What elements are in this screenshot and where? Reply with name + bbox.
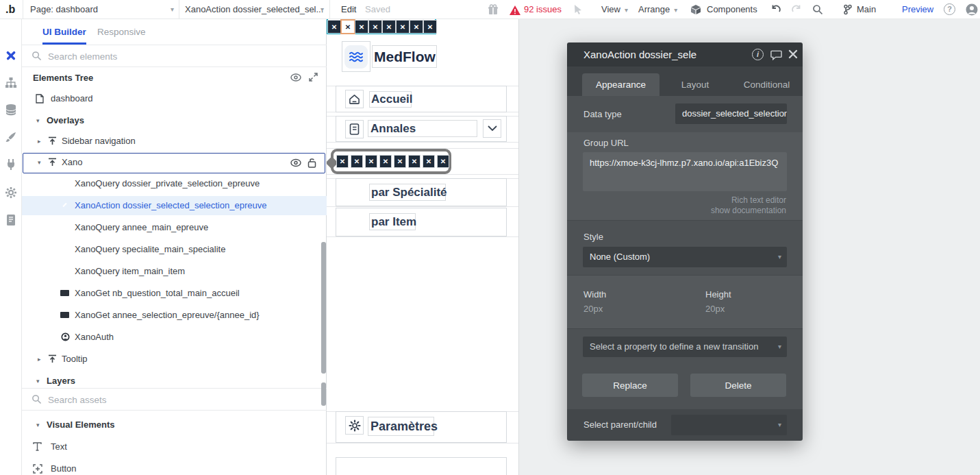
tab-layout[interactable]: Layout (659, 73, 731, 96)
tree-item-xano[interactable]: ▾ Xano (22, 153, 327, 172)
design-tab-icon[interactable] (5, 49, 17, 62)
property-editor-header[interactable]: XanoAction dossier_sele i (567, 42, 803, 66)
annales-expand-button[interactable] (483, 119, 501, 138)
replace-button[interactable]: Replace (582, 374, 678, 397)
xano-elements-row[interactable] (328, 21, 436, 33)
scrollbar-thumb[interactable] (321, 382, 326, 406)
annales-icon-box[interactable] (345, 120, 364, 138)
nav-label-parametres[interactable]: Paramètres (368, 417, 434, 436)
logs-tab-icon[interactable] (5, 214, 17, 226)
settings-tab-icon[interactable] (5, 186, 17, 199)
search-icon[interactable] (812, 4, 823, 15)
empty-row[interactable] (336, 457, 507, 475)
tree-item-xanoget-1[interactable]: XanoGet nb_question_total_main_accueil (22, 284, 327, 303)
close-icon[interactable] (788, 49, 798, 59)
xano-element-placeholder[interactable] (394, 156, 405, 167)
section-visual-elements[interactable]: ▾ Visual Elements (22, 415, 327, 435)
branch-selector[interactable]: Main (857, 0, 876, 19)
xano-element-placeholder[interactable] (424, 21, 436, 33)
selected-xano-group[interactable] (331, 149, 451, 174)
tree-item-xanoquery-1[interactable]: XanoQuery dossier_private_selection_epre… (22, 174, 327, 193)
chevron-down-icon: ▾ (38, 153, 41, 172)
view-menu[interactable]: View (601, 0, 628, 19)
transition-dropdown[interactable]: Select a property to define a new transi… (583, 337, 787, 357)
show-documentation-link[interactable]: show documentation (711, 206, 786, 215)
search-assets-input[interactable] (48, 391, 308, 408)
tab-conditional[interactable]: Conditional (731, 73, 803, 96)
comment-icon[interactable] (770, 49, 782, 61)
asset-button[interactable]: Button (22, 459, 327, 475)
brand-name-text[interactable]: MedFlow (372, 45, 437, 68)
arrange-menu[interactable]: Arrange (638, 0, 677, 19)
gift-icon[interactable] (488, 4, 499, 15)
xano-element-placeholder[interactable] (366, 156, 377, 167)
tab-appearance[interactable]: Appearance (582, 73, 659, 96)
xano-element-placeholder[interactable] (397, 21, 409, 33)
xano-element-placeholder[interactable] (328, 21, 340, 33)
xano-element-placeholder[interactable] (409, 156, 420, 167)
xano-element-placeholder[interactable] (337, 156, 348, 167)
parent-child-dropdown[interactable] (671, 415, 787, 435)
xano-element-placeholder[interactable] (410, 21, 423, 33)
tree-item-xanoauth[interactable]: XanoAuth (22, 328, 327, 347)
rich-text-editor-link[interactable]: Rich text editor (731, 195, 786, 205)
data-tab-icon[interactable] (5, 103, 17, 116)
eye-icon[interactable] (290, 158, 301, 167)
help-icon[interactable]: ? (944, 3, 955, 15)
components-button[interactable]: Components (707, 0, 757, 19)
account-avatar[interactable] (966, 3, 978, 16)
unlock-icon[interactable] (307, 157, 316, 168)
undo-icon[interactable] (770, 4, 781, 15)
xano-element-placeholder[interactable] (351, 156, 362, 167)
preview-button[interactable]: Preview (902, 0, 933, 19)
xano-element-placeholder[interactable] (438, 156, 449, 167)
tab-responsive[interactable]: Responsive (97, 19, 146, 45)
asset-text[interactable]: Text (22, 437, 327, 456)
tree-item-tooltip[interactable]: ▸ Tooltip (22, 350, 327, 369)
scrollbar-thumb[interactable] (321, 242, 326, 374)
plugins-tab-icon[interactable] (5, 158, 17, 171)
element-selector[interactable]: XanoAction dossier_selected_sel... (185, 0, 323, 19)
nav-label-par-specialite[interactable]: par Spécialité (369, 184, 446, 201)
chevron-down-icon (321, 0, 324, 19)
workflow-tab-icon[interactable] (5, 77, 17, 89)
brand-logo-box[interactable] (342, 41, 370, 72)
redo-icon[interactable] (791, 4, 802, 15)
data-type-dropdown[interactable]: dossier_selected_selection_e (675, 103, 787, 124)
xano-element-placeholder[interactable] (355, 21, 368, 33)
tab-ui-builder[interactable]: UI Builder (42, 19, 86, 45)
edit-mode-button[interactable]: Edit (341, 0, 356, 19)
eye-icon[interactable] (290, 73, 301, 82)
group-url-input[interactable]: https://xmoe-k3cj-lhmz.p7.xano.io/api:a1… (583, 152, 787, 191)
tree-item-sidebar-navigation[interactable]: ▸ Sidebar navigation (22, 132, 327, 151)
page-selector[interactable]: Page: dashboard (30, 0, 98, 19)
cursor-icon[interactable] (573, 4, 583, 15)
info-icon[interactable]: i (752, 49, 764, 60)
tree-item-xanoaction-selected[interactable]: XanoAction dossier_selected_selection_ep… (22, 196, 327, 215)
xano-element-placeholder-hovered[interactable] (342, 21, 354, 33)
nav-label-annales[interactable]: Annales (368, 120, 477, 137)
issues-count[interactable]: 92 issues (524, 0, 562, 19)
nav-label-par-item[interactable]: par Item (369, 213, 416, 230)
xano-element-placeholder[interactable] (423, 156, 434, 167)
settings-icon-box[interactable] (345, 416, 364, 435)
nav-label-accueil[interactable]: Accueil (369, 91, 412, 108)
dimensions-section: Width 20px Height 20px (567, 275, 803, 328)
styles-tab-icon[interactable] (5, 131, 17, 143)
home-icon-box[interactable] (345, 90, 364, 108)
tree-item-xanoquery-3[interactable]: XanoQuery specialite_main_specialite (22, 240, 327, 259)
xano-element-placeholder[interactable] (383, 21, 395, 33)
delete-button[interactable]: Delete (690, 374, 786, 397)
nav-row-par-item[interactable] (336, 208, 507, 236)
tree-item-xanoget-2[interactable]: XanoGet annee_selection_epreuve/{annee_i… (22, 306, 327, 325)
search-elements-input[interactable] (48, 48, 308, 64)
expand-icon[interactable] (308, 72, 318, 82)
style-dropdown[interactable]: None (Custom) (583, 247, 787, 267)
tree-section-overlays[interactable]: ▾ Overlays (22, 111, 327, 130)
bubble-logo[interactable]: .b (5, 0, 15, 19)
xano-element-placeholder[interactable] (369, 21, 381, 33)
tree-item-dashboard[interactable]: dashboard (22, 89, 327, 108)
tree-item-xanoquery-4[interactable]: XanoQuery item_main_item (22, 262, 327, 281)
tree-item-xanoquery-2[interactable]: XanoQuery annee_main_epreuve (22, 218, 327, 237)
xano-element-placeholder[interactable] (380, 156, 391, 167)
